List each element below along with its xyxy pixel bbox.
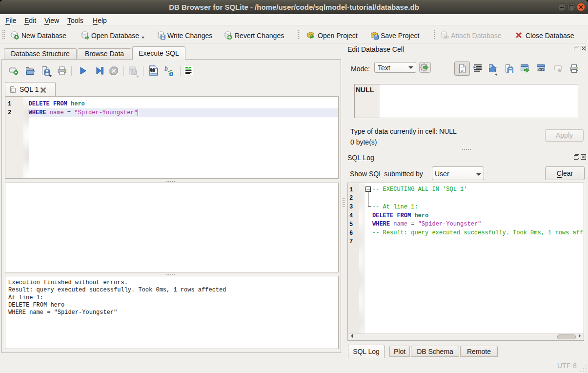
svg-text:b: b [164, 65, 168, 72]
